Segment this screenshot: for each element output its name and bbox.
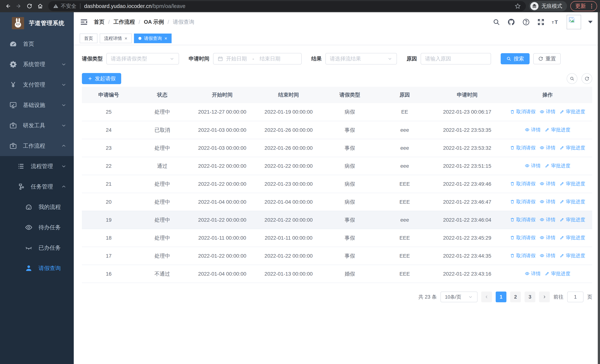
sidebar-item-label: 请假查询 bbox=[38, 264, 61, 272]
cancel-action-link[interactable]: 取消请假 bbox=[510, 108, 535, 115]
progress-action-link[interactable]: 审批进度 bbox=[560, 198, 585, 205]
tab-home[interactable]: 首页 bbox=[80, 34, 97, 43]
action-label: 审批进度 bbox=[551, 163, 570, 169]
sidebar-item-my-process[interactable]: 我的流程 bbox=[0, 197, 74, 217]
action-label: 详情 bbox=[531, 271, 541, 277]
cell-start: 2022-01-22 00:00:00 bbox=[189, 211, 255, 229]
collapse-sidebar-icon[interactable] bbox=[80, 18, 88, 26]
progress-action-link[interactable]: 审批进度 bbox=[560, 180, 585, 187]
page-size-select[interactable]: 10条/页 bbox=[441, 291, 478, 302]
eye-icon bbox=[525, 127, 530, 132]
cell-id: 22 bbox=[82, 157, 135, 175]
search-icon[interactable] bbox=[493, 18, 500, 26]
result-select[interactable]: 请选择流结果 bbox=[325, 53, 397, 65]
sidebar-item-task-management[interactable]: 任务管理 bbox=[0, 177, 74, 197]
reason-input[interactable]: 请输入原因 bbox=[421, 53, 491, 65]
next-page-button[interactable] bbox=[539, 291, 550, 302]
cell-status: 处理中 bbox=[135, 229, 189, 247]
show-search-button[interactable] bbox=[567, 73, 577, 84]
create-leave-button[interactable]: 发起请假 bbox=[82, 73, 121, 84]
chevron-down-icon[interactable] bbox=[588, 21, 593, 23]
sidebar-item-home[interactable]: 首页 bbox=[0, 34, 74, 54]
search-button[interactable]: 搜索 bbox=[501, 53, 530, 64]
goto-page-input[interactable] bbox=[567, 291, 583, 302]
breadcrumb-item[interactable]: 首页 bbox=[94, 18, 104, 26]
cancel-action-link[interactable]: 取消请假 bbox=[510, 216, 535, 223]
action-label: 详情 bbox=[546, 198, 555, 205]
close-tab-icon[interactable]: × bbox=[164, 36, 167, 41]
detail-action-link[interactable]: 详情 bbox=[540, 252, 555, 259]
incognito-icon bbox=[530, 2, 538, 10]
breadcrumb-item[interactable]: 工作流程 bbox=[113, 18, 135, 26]
fullscreen-icon[interactable] bbox=[537, 18, 545, 26]
font-size-icon[interactable]: TT bbox=[552, 18, 560, 26]
sidebar-item-system[interactable]: 系统管理 bbox=[0, 54, 74, 75]
help-icon[interactable] bbox=[522, 18, 530, 26]
github-icon[interactable] bbox=[507, 18, 515, 26]
dashboard-icon bbox=[9, 40, 17, 48]
sidebar-item-process-management[interactable]: 流程管理 bbox=[0, 156, 74, 177]
sidebar-item-dev-tools[interactable]: 研发工具 bbox=[0, 115, 74, 136]
page-button-3[interactable]: 3 bbox=[525, 291, 535, 302]
kebab-menu-icon[interactable] bbox=[589, 3, 595, 9]
sidebar-menu: 首页系统管理支付管理基础设施研发工具工作流程流程管理任务管理我的流程待办任务已办… bbox=[0, 34, 74, 364]
cancel-action-link[interactable]: 取消请假 bbox=[510, 252, 535, 259]
chevron-up-icon bbox=[61, 184, 67, 190]
not-secure-label: 不安全 bbox=[61, 3, 76, 10]
back-icon[interactable] bbox=[3, 1, 13, 11]
detail-action-link[interactable]: 详情 bbox=[540, 108, 555, 115]
progress-action-link[interactable]: 审批进度 bbox=[560, 252, 585, 259]
cell-type: 事假 bbox=[322, 247, 378, 265]
detail-action-link[interactable]: 详情 bbox=[540, 145, 555, 151]
detail-action-link[interactable]: 详情 bbox=[540, 180, 555, 187]
reload-icon[interactable] bbox=[24, 1, 35, 11]
progress-action-link[interactable]: 审批进度 bbox=[560, 145, 585, 151]
refresh-table-button[interactable] bbox=[581, 73, 592, 84]
page-button-1[interactable]: 1 bbox=[496, 291, 506, 302]
progress-action-link[interactable]: 审批进度 bbox=[560, 108, 585, 115]
tab-process-detail[interactable]: 流程详情× bbox=[100, 34, 132, 43]
detail-action-link[interactable]: 详情 bbox=[525, 163, 541, 169]
sidebar-item-leave-query[interactable]: 请假查询 bbox=[0, 258, 74, 278]
result-label: 结果 bbox=[311, 55, 322, 62]
apply-time-range-picker[interactable]: 开始日期 - 结束日期 bbox=[213, 53, 302, 65]
home-icon[interactable] bbox=[35, 1, 45, 11]
detail-action-link[interactable]: 详情 bbox=[540, 234, 555, 241]
sidebar-item-workflow[interactable]: 工作流程 bbox=[0, 136, 74, 156]
cell-reason: EEE bbox=[378, 265, 431, 283]
page-button-2[interactable]: 2 bbox=[510, 291, 521, 302]
progress-action-link[interactable]: 审批进度 bbox=[545, 127, 570, 133]
progress-action-link[interactable]: 审批进度 bbox=[560, 234, 585, 241]
cell-start: 2022-01-04 00:00:00 bbox=[189, 265, 255, 283]
progress-action-link[interactable]: 审批进度 bbox=[545, 271, 570, 277]
cancel-action-link[interactable]: 取消请假 bbox=[510, 198, 535, 205]
sidebar-item-done-tasks[interactable]: 已办任务 bbox=[0, 238, 74, 258]
update-button[interactable]: 更新 bbox=[570, 1, 597, 11]
progress-action-link[interactable]: 审批进度 bbox=[545, 163, 570, 169]
start-date-placeholder: 开始日期 bbox=[226, 55, 247, 62]
detail-action-link[interactable]: 详情 bbox=[525, 271, 541, 277]
bookmark-star-icon[interactable] bbox=[514, 3, 521, 9]
breadcrumb-item[interactable]: OA 示例 bbox=[144, 18, 164, 26]
trash-icon bbox=[510, 199, 515, 204]
progress-action-link[interactable]: 审批进度 bbox=[560, 216, 585, 223]
reset-button[interactable]: 重置 bbox=[533, 53, 561, 64]
cancel-action-link[interactable]: 取消请假 bbox=[510, 145, 535, 151]
cancel-action-link[interactable]: 取消请假 bbox=[510, 234, 535, 241]
tab-leave-query[interactable]: 请假查询× bbox=[134, 34, 172, 43]
avatar[interactable] bbox=[567, 15, 581, 29]
detail-action-link[interactable]: 详情 bbox=[525, 127, 541, 133]
prev-page-button[interactable] bbox=[481, 291, 492, 302]
detail-action-link[interactable]: 详情 bbox=[540, 216, 555, 223]
forward-icon[interactable] bbox=[14, 1, 24, 11]
detail-action-link[interactable]: 详情 bbox=[540, 198, 555, 205]
sidebar-item-todo-tasks[interactable]: 待办任务 bbox=[0, 217, 74, 238]
cancel-action-link[interactable]: 取消请假 bbox=[510, 180, 535, 187]
url-bar[interactable]: 不安全 dashboard.yudao.iocoder.cn/bpm/oa/le… bbox=[48, 1, 526, 11]
sidebar-item-payment[interactable]: 支付管理 bbox=[0, 75, 74, 95]
scrollbar[interactable] bbox=[598, 12, 600, 364]
cell-status: 处理中 bbox=[135, 211, 189, 229]
sidebar-item-infrastructure[interactable]: 基础设施 bbox=[0, 95, 74, 115]
close-tab-icon[interactable]: × bbox=[124, 36, 127, 41]
leave-type-select[interactable]: 请选择请假类型 bbox=[106, 53, 179, 65]
